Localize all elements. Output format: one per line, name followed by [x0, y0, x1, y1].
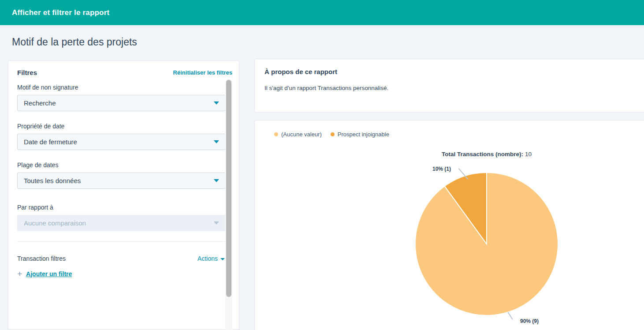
select-value: Recherche [24, 99, 56, 107]
chevron-down-icon [214, 140, 219, 143]
transaction-filters-label: Transaction filtres [17, 255, 66, 262]
filters-panel: Filtres Réinitialiser les filtres Motif … [8, 60, 239, 330]
actions-dropdown[interactable]: Actions [197, 255, 225, 262]
motif-non-signature-select[interactable]: Recherche [17, 95, 226, 111]
divider [17, 241, 226, 242]
about-report-card: À propos de ce rapport Il s'agit d'un ra… [254, 59, 644, 112]
add-filter-link[interactable]: + Ajouter un filtre [17, 270, 72, 278]
field-label-motif: Motif de non signature [17, 84, 78, 91]
panel-footer-divider [8, 329, 239, 330]
chevron-down-icon [214, 221, 219, 225]
chevron-down-icon [220, 258, 225, 260]
legend-label: Prospect injoignable [338, 131, 389, 138]
reset-filters-link[interactable]: Réinitialiser les filtres [173, 69, 232, 76]
chart-legend: (Aucune valeur) Prospect injoignable [274, 131, 389, 138]
legend-item-prospect-injoignable[interactable]: Prospect injoignable [331, 131, 389, 138]
field-label-compare: Par rapport à [17, 204, 53, 211]
select-value: Toutes les données [24, 177, 81, 184]
field-label-date-property: Propriété de date [17, 123, 64, 130]
actions-label: Actions [197, 255, 218, 262]
legend-dot [274, 132, 278, 136]
compare-select-disabled: Aucune comparaison [17, 215, 226, 231]
about-description: Il s'agit d'un rapport Transactions pers… [264, 85, 388, 91]
field-label-date-range: Plage de dates [17, 161, 58, 169]
plus-icon: + [17, 270, 22, 278]
legend-label: (Aucune valeur) [281, 131, 322, 138]
report-chart-card: (Aucune valeur) Prospect injoignable Tot… [254, 120, 644, 330]
chevron-down-icon [214, 179, 219, 182]
pie-label-90-percent: 90% (9) [520, 318, 539, 324]
add-filter-label: Ajouter un filtre [26, 270, 72, 278]
pie-chart [394, 151, 579, 330]
panel-title: Afficher et filtrer le rapport [12, 8, 109, 17]
scrollbar-thumb[interactable] [226, 80, 231, 297]
select-value: Date de fermeture [24, 138, 77, 146]
date-range-select[interactable]: Toutes les données [17, 172, 226, 189]
about-title: À propos de ce rapport [264, 68, 337, 75]
pie-label-10-percent: 10% (1) [399, 166, 451, 172]
select-value: Aucune comparaison [24, 219, 86, 227]
chevron-down-icon [214, 101, 219, 105]
date-property-select[interactable]: Date de fermeture [17, 134, 226, 150]
legend-item-aucune-valeur[interactable]: (Aucune valeur) [274, 131, 322, 138]
scrollbar-track[interactable] [225, 79, 232, 330]
legend-dot [331, 132, 335, 136]
filters-heading: Filtres [17, 69, 37, 76]
report-title: Motif de la perte des projets [12, 36, 137, 48]
panel-header: Afficher et filtrer le rapport [0, 0, 644, 25]
